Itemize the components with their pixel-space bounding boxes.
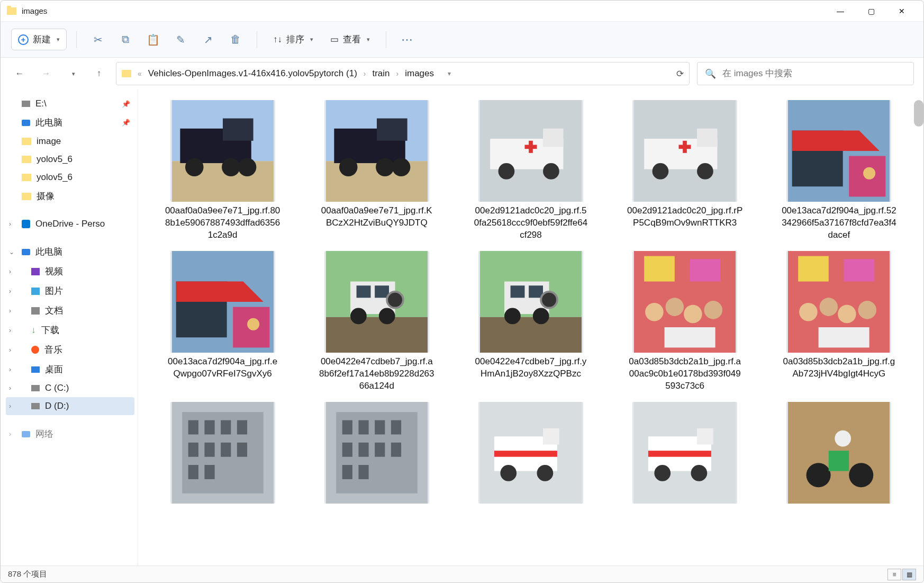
sidebar-item-label: yolov5_6 [37,172,73,183]
svg-rect-23 [697,129,717,147]
sidebar-item[interactable]: yolov5_6 [6,150,134,168]
new-button[interactable]: + 新建 ▾ [11,29,67,50]
file-item[interactable]: 00e13aca7d2f904a_jpg.rf.52342966f5a37167… [767,100,911,241]
sidebar-item[interactable]: 摄像 [6,186,134,206]
file-item[interactable] [459,402,602,504]
search-box[interactable]: 🔍 [697,62,914,85]
folder-icon [122,70,131,77]
sidebar-item-label: 桌面 [45,363,63,375]
svg-rect-88 [342,442,352,456]
sidebar-item-label: 音乐 [44,344,62,356]
up-button[interactable]: ↑ [89,64,108,83]
file-item[interactable]: 00e13aca7d2f904a_jpg.rf.eQwpgo07vRFeI7Sg… [151,251,294,392]
sidebar-item-onedrive[interactable]: ›OneDrive - Perso [6,215,134,233]
chevron-down-icon[interactable]: ▾ [448,70,451,77]
file-item[interactable]: 00e0422e47cdbeb7_jpg.rf.a8b6f2ef17a14eb8… [305,251,448,392]
share-button[interactable]: ↗ [196,28,220,51]
content-pane[interactable]: 00aaf0a0a9ee7e71_jpg.rf.808b1e5906788749… [138,89,923,566]
sidebar-item[interactable]: E:\📌 [6,95,134,113]
folder-icon [7,7,16,15]
svg-point-108 [849,463,874,487]
svg-point-58 [666,298,684,316]
search-icon: 🔍 [705,68,716,79]
recent-button[interactable]: ▾ [63,64,82,83]
chevron-right-icon: › [9,384,11,392]
close-button[interactable]: ✕ [886,1,917,22]
sidebar-item[interactable]: ›↓下载 [6,320,134,340]
sidebar-item[interactable]: ›音乐 [6,340,134,360]
svg-rect-109 [829,451,849,471]
minimize-button[interactable]: — [825,1,856,22]
sidebar-item-network[interactable]: ›网络 [6,424,134,444]
breadcrumb-part[interactable]: images [403,67,436,80]
chevron-down-icon: ⌄ [9,248,14,256]
svg-rect-102 [648,451,711,457]
file-item[interactable] [151,402,294,504]
svg-point-43 [350,308,367,324]
sidebar-item-thispc[interactable]: ⌄此电脑 [6,242,134,262]
delete-button[interactable]: 🗑 [224,28,247,51]
paste-button[interactable]: 📋 [141,28,165,51]
sidebar-item[interactable]: ›C (C:) [6,379,134,397]
svg-point-105 [691,465,708,481]
scrollbar-thumb[interactable] [914,100,923,127]
file-item[interactable]: 00aaf0a0a9ee7e71_jpg.rf.808b1e5906788749… [151,100,294,241]
file-item[interactable]: 00e0422e47cdbeb7_jpg.rf.yHmAn1jB2oy8XzzQ… [459,251,602,392]
file-thumbnail [786,100,891,202]
file-item[interactable] [613,402,757,504]
svg-rect-56 [690,259,721,281]
more-button[interactable]: ⋯ [396,28,419,51]
svg-rect-84 [342,420,352,434]
folder-icon [22,193,31,200]
back-button[interactable]: ← [10,64,29,83]
file-item[interactable] [305,402,448,504]
refresh-button[interactable]: ⟳ [676,68,684,79]
breadcrumb-part[interactable]: Vehicles-OpenImages.v1-416x416.yolov5pyt… [146,67,359,80]
thumbnails-view-button[interactable]: ▦ [902,569,916,580]
sort-button[interactable]: ↑↓ 排序 ▾ [267,29,320,50]
divider [386,31,386,48]
breadcrumb[interactable]: « Vehicles-OpenImages.v1-416x416.yolov5p… [116,62,690,85]
svg-point-37 [247,318,259,330]
file-item[interactable]: 00e2d9121adc0c20_jpg.rf.50fa25618ccc9f0e… [459,100,602,241]
body: E:\📌此电脑📌imageyolov5_6yolov5_6摄像›OneDrive… [1,89,923,566]
sidebar-item[interactable]: yolov5_6 [6,168,134,186]
chevron-right-icon: › [9,268,11,275]
sidebar-item[interactable]: image [6,132,134,150]
file-item[interactable]: 0a03d85b3dcb2a1b_jpg.rf.a00ac9c0b1e0178b… [613,251,757,392]
file-item[interactable] [767,402,911,504]
forward-button[interactable]: → [37,64,56,83]
file-grid: 00aaf0a0a9ee7e71_jpg.rf.808b1e5906788749… [151,100,911,504]
file-item[interactable]: 00e2d9121adc0c20_jpg.rf.rPP5CqB9mOv9wnRT… [613,100,757,241]
view-button[interactable]: ▭ 查看 ▾ [324,29,376,50]
sidebar-item[interactable]: ›视频 [6,262,134,281]
chevron-right-icon: › [9,366,11,373]
svg-point-4 [185,158,204,176]
svg-point-20 [543,163,559,180]
status-bar: 878 个项目 ≡ ▦ [1,566,923,582]
file-item[interactable]: 0a03d85b3dcb2a1b_jpg.rf.gAb723jHV4bgIgt4… [767,251,911,392]
drive-icon [31,403,40,409]
cut-button[interactable]: ✂ [86,28,110,51]
sidebar-item[interactable]: ›图片 [6,281,134,301]
address-row: ← → ▾ ↑ « Vehicles-OpenImages.v1-416x416… [1,58,923,89]
file-item[interactable]: 00aaf0a0a9ee7e71_jpg.rf.KBCzX2HtZviBuQY9… [305,100,448,241]
rename-button[interactable]: ✎ [169,28,192,51]
sidebar-item[interactable]: ›文档 [6,301,134,320]
details-view-button[interactable]: ≡ [887,569,901,580]
sidebar-item[interactable]: 此电脑📌 [6,113,134,132]
svg-rect-74 [221,420,231,434]
breadcrumb-part[interactable]: train [370,67,392,80]
svg-rect-79 [237,442,247,456]
search-input[interactable] [722,68,906,79]
file-thumbnail [632,100,737,202]
svg-rect-72 [188,420,198,434]
maximize-button[interactable]: ▢ [856,1,886,22]
svg-point-5 [222,158,240,176]
sidebar: E:\📌此电脑📌imageyolov5_6yolov5_6摄像›OneDrive… [1,89,138,566]
copy-button[interactable]: ⧉ [114,28,137,51]
sidebar-item[interactable]: ›D (D:) [6,397,134,415]
sidebar-item[interactable]: ›桌面 [6,360,134,379]
svg-point-51 [504,308,521,324]
file-thumbnail [324,100,429,202]
